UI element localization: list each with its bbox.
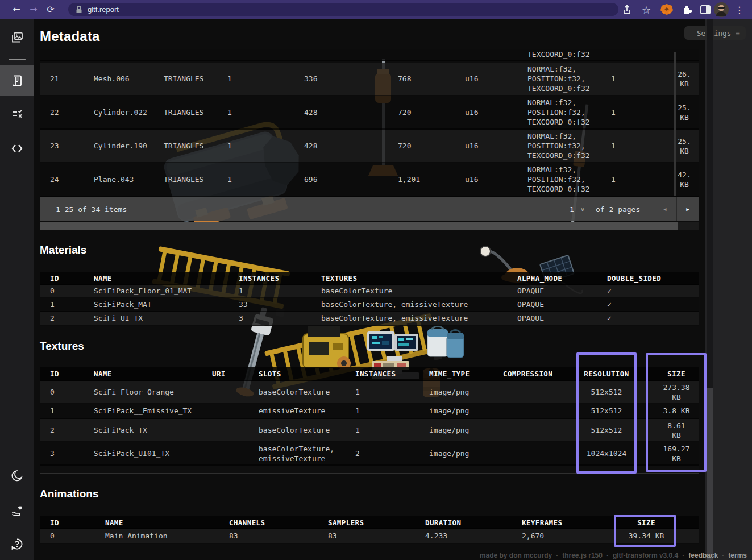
column-header: TEXTURES xyxy=(321,274,509,283)
feedback-link[interactable]: feedback xyxy=(688,551,718,559)
annotation-box-animation-size xyxy=(614,515,676,547)
column-header: URI xyxy=(212,370,246,378)
chevron-down-icon[interactable]: ∨ xyxy=(581,206,584,212)
table-header-row: IDNAMECHANNELSSAMPLERSDURATIONKEYFRAMESS… xyxy=(40,516,699,529)
footer-separator: · xyxy=(722,551,724,559)
sidebar-item-theme[interactable] xyxy=(11,470,23,482)
cell: 720 xyxy=(398,141,438,151)
column-header: COMPRESSION xyxy=(503,370,566,378)
cell: 33 xyxy=(239,300,301,309)
profile-avatar[interactable] xyxy=(714,2,729,17)
cell: u16 xyxy=(465,107,493,117)
table-row: 0Main_Animation83834.2332,67039.34 KB xyxy=(40,529,699,544)
sidebar-item-viewer[interactable] xyxy=(11,31,23,44)
page-select[interactable]: 1 xyxy=(570,205,574,213)
materials-table: IDNAMEINSTANCESTEXTURESALPHA_MODEDOUBLE_… xyxy=(40,272,699,326)
annotation-box-resolution-column xyxy=(576,352,637,474)
cell: SciFiPack__Emissive_TX xyxy=(94,406,207,416)
cell: 2,670 xyxy=(522,531,584,541)
table-row: 23Cylinder.190TRIANGLES1428720u16NORMAL:… xyxy=(40,130,699,163)
sidebar-item-donate[interactable] xyxy=(11,504,23,517)
column-header: ID xyxy=(50,274,75,283)
back-button[interactable]: ← xyxy=(8,4,25,15)
cell: NORMAL:f32, POSITION:f32, TEXCOORD_0:f32 xyxy=(527,98,613,127)
cell: baseColorTexture, emissiveTexture xyxy=(321,300,509,309)
sidebar-item-help[interactable] xyxy=(11,538,23,550)
cell: ✓ xyxy=(607,286,687,296)
cell: 1 xyxy=(355,425,389,435)
cell: TRIANGLES xyxy=(164,107,226,117)
meshes-clipped-row: TEXCOORD_0:f32 xyxy=(40,49,699,61)
pagination-summary: 1-25 of 34 items xyxy=(56,205,127,213)
sidebar-item-script[interactable] xyxy=(11,142,23,155)
url-text: gltf.report xyxy=(88,5,119,14)
cell: Main_Animation xyxy=(105,531,219,541)
cell: 720 xyxy=(398,107,438,117)
metamask-extension-icon[interactable] xyxy=(659,2,674,17)
table-row: 2SciFi_UI_TX3baseColorTexture, emissiveT… xyxy=(40,312,699,326)
prev-page-button[interactable]: ◂ xyxy=(654,197,676,221)
cell: image/png xyxy=(429,406,486,416)
materials-section-title: Materials xyxy=(40,244,86,256)
forward-button[interactable]: → xyxy=(25,4,42,15)
side-panel-icon[interactable] xyxy=(698,2,713,17)
lock-icon xyxy=(75,5,83,14)
bookmark-star-icon[interactable]: ☆ xyxy=(639,2,654,17)
sidebar-item-validation[interactable] xyxy=(11,108,23,121)
cell: ✓ xyxy=(607,300,687,309)
column-header: SAMPLERS xyxy=(328,518,390,526)
reload-button[interactable]: ⟳ xyxy=(42,4,59,15)
column-header: NAME xyxy=(94,370,207,378)
cell: 1 xyxy=(355,406,389,416)
meshes-hscrollbar-thumb[interactable] xyxy=(40,222,678,230)
terms-link[interactable]: terms xyxy=(728,551,747,559)
cell: SciFi_UI_TX xyxy=(94,313,225,323)
extensions-puzzle-icon[interactable] xyxy=(679,2,693,17)
table-row: 0SciFiPack_Floor_01_MAT1baseColorTexture… xyxy=(40,285,699,298)
column-header: NAME xyxy=(105,518,219,526)
page-title: Metadata xyxy=(40,28,100,44)
cell: baseColorTexture xyxy=(259,425,350,435)
textures-section-title: Textures xyxy=(40,340,84,352)
settings-sliders-icon: ≡ xyxy=(736,29,740,38)
next-page-button[interactable]: ▸ xyxy=(676,197,699,221)
column-header: SLOTS xyxy=(259,370,350,378)
cell: SciFi_Floor_Orange xyxy=(94,387,207,397)
browser-menu-icon[interactable]: ⋮ xyxy=(732,2,747,17)
cell: 22 xyxy=(50,107,75,117)
cell: emissiveTexture xyxy=(259,406,350,416)
cell: 83 xyxy=(229,531,292,541)
cell: 3 xyxy=(50,449,75,458)
meshes-hscrollbar-track[interactable] xyxy=(40,222,699,230)
annotation-box-size-column xyxy=(646,353,707,472)
address-bar[interactable]: gltf.report xyxy=(68,3,618,16)
cell: SciFiPack_UI01_TX xyxy=(94,449,207,458)
settings-button[interactable]: Settings ≡ xyxy=(684,26,746,40)
cell: 2 xyxy=(50,425,75,435)
table-row: 21Mesh.006TRIANGLES1336768u16NORMAL:f32,… xyxy=(40,63,699,96)
cell: SciFiPack_TX xyxy=(94,425,207,435)
settings-label: Settings xyxy=(697,29,731,38)
cell: 1 xyxy=(227,107,244,117)
column-header: MIME_TYPE xyxy=(429,370,486,378)
cell: 1 xyxy=(227,74,244,84)
cell: 1 xyxy=(611,107,628,117)
cell: ✓ xyxy=(607,313,687,323)
page-scrollbar-thumb[interactable] xyxy=(707,388,713,560)
sidebar-item-report[interactable] xyxy=(11,74,23,87)
table-row: 22Cylinder.022TRIANGLES1428720u16NORMAL:… xyxy=(40,96,699,130)
cell: 1 xyxy=(611,175,628,184)
cell: u16 xyxy=(465,141,493,151)
cell: u16 xyxy=(465,175,493,184)
share-icon[interactable] xyxy=(620,2,634,17)
cell: 21 xyxy=(50,74,75,84)
cell: 23 xyxy=(50,141,75,151)
code-icon xyxy=(11,142,23,155)
cell: OPAQUE xyxy=(517,313,585,323)
meshes-scrollbar[interactable] xyxy=(674,52,676,196)
cell: 768 xyxy=(398,74,438,84)
cell: 0 xyxy=(50,387,75,397)
column-header: DURATION xyxy=(425,518,488,526)
sidebar-divider xyxy=(9,59,26,60)
cell: baseColorTexture, emissiveTexture xyxy=(321,313,509,323)
